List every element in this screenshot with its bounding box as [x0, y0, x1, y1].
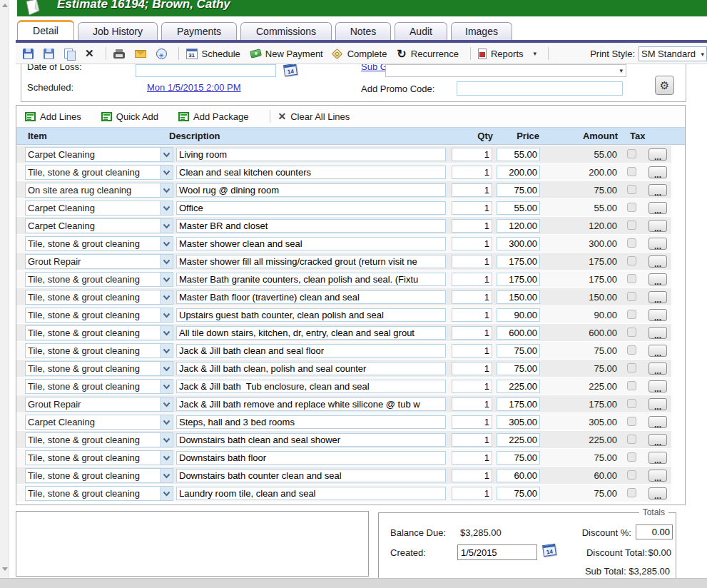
- item-select[interactable]: Tile, stone & grout cleaning: [25, 236, 173, 251]
- line-options-button[interactable]: ...: [648, 327, 667, 339]
- description-input[interactable]: [176, 344, 446, 358]
- tab-audit[interactable]: Audit: [395, 22, 447, 40]
- tax-checkbox[interactable]: [627, 399, 636, 408]
- line-options-button[interactable]: ...: [648, 238, 667, 250]
- description-input[interactable]: [176, 237, 446, 250]
- line-options-button[interactable]: ...: [648, 166, 667, 178]
- promo-code-input[interactable]: [457, 81, 623, 96]
- chevron-down-icon[interactable]: [160, 326, 173, 340]
- price-input[interactable]: [497, 415, 540, 429]
- tax-checkbox[interactable]: [627, 256, 636, 265]
- chevron-down-icon[interactable]: [160, 487, 173, 500]
- line-options-button[interactable]: ...: [648, 273, 667, 285]
- price-input[interactable]: [497, 451, 540, 465]
- description-input[interactable]: [176, 451, 446, 465]
- description-input[interactable]: [176, 362, 446, 375]
- clear-all-lines-button[interactable]: Clear All Lines: [278, 111, 350, 122]
- chevron-down-icon[interactable]: [160, 273, 173, 286]
- price-input[interactable]: [497, 237, 540, 250]
- item-select[interactable]: Tile, stone & grout cleaning: [25, 379, 173, 394]
- chevron-down-icon[interactable]: [160, 148, 173, 161]
- qty-input[interactable]: [452, 326, 492, 340]
- qty-input[interactable]: [452, 380, 492, 393]
- tax-checkbox[interactable]: [627, 381, 636, 390]
- scrollbar-down-arrow[interactable]: [2, 567, 8, 571]
- item-select[interactable]: Tile, stone & grout cleaning: [25, 361, 173, 376]
- qty-input[interactable]: [452, 166, 492, 179]
- item-select[interactable]: Carpet Cleaning: [25, 147, 173, 162]
- description-input[interactable]: [176, 273, 446, 286]
- description-input[interactable]: [176, 183, 446, 197]
- chevron-down-icon[interactable]: [160, 237, 173, 250]
- description-input[interactable]: [176, 255, 446, 268]
- tax-checkbox[interactable]: [627, 435, 636, 444]
- item-select[interactable]: Tile, stone & grout cleaning: [25, 165, 173, 180]
- chevron-down-icon[interactable]: [160, 255, 173, 268]
- line-options-button[interactable]: ...: [648, 470, 667, 482]
- item-select[interactable]: Tile, stone & grout cleaning: [25, 325, 173, 340]
- chevron-down-icon[interactable]: [160, 166, 173, 179]
- qty-input[interactable]: [452, 415, 492, 429]
- price-input[interactable]: [497, 380, 540, 393]
- schedule-button[interactable]: 31 Schedule: [186, 49, 240, 59]
- line-options-button[interactable]: ...: [648, 220, 667, 232]
- line-options-button[interactable]: ...: [648, 202, 667, 214]
- line-options-button[interactable]: ...: [648, 255, 667, 268]
- tax-checkbox[interactable]: [627, 292, 636, 301]
- copy-button[interactable]: [64, 49, 75, 59]
- description-input[interactable]: [176, 219, 446, 233]
- chevron-down-icon[interactable]: [160, 433, 173, 447]
- price-input[interactable]: [497, 201, 540, 215]
- description-input[interactable]: [176, 487, 446, 500]
- tab-images[interactable]: Images: [451, 22, 512, 40]
- tax-checkbox[interactable]: [627, 203, 636, 212]
- chevron-down-icon[interactable]: [160, 362, 173, 375]
- left-scrollbar[interactable]: [0, 0, 9, 578]
- line-options-button[interactable]: ...: [648, 487, 667, 500]
- description-input[interactable]: [176, 433, 446, 447]
- qty-input[interactable]: [452, 451, 492, 465]
- line-options-button[interactable]: ...: [648, 309, 667, 321]
- add-lines-button[interactable]: Add Lines: [25, 111, 81, 122]
- item-select[interactable]: Tile, stone & grout cleaning: [25, 343, 173, 358]
- complete-button[interactable]: Complete: [333, 49, 387, 59]
- price-input[interactable]: [497, 183, 540, 197]
- chevron-down-icon[interactable]: [160, 219, 173, 233]
- description-input[interactable]: [176, 148, 446, 161]
- chevron-down-icon[interactable]: [160, 183, 173, 197]
- line-options-button[interactable]: ...: [648, 184, 667, 196]
- tax-checkbox[interactable]: [627, 328, 636, 337]
- tax-checkbox[interactable]: [627, 167, 636, 176]
- price-input[interactable]: [497, 255, 540, 268]
- line-options-button[interactable]: ...: [648, 434, 667, 446]
- item-select[interactable]: Tile, stone & grout cleaning: [25, 290, 173, 305]
- item-select[interactable]: Tile, stone & grout cleaning: [25, 272, 173, 287]
- calendar-picker-icon[interactable]: 14: [542, 544, 556, 557]
- line-options-button[interactable]: ...: [648, 452, 667, 464]
- scheduled-date-link[interactable]: Mon 1/5/2015 2:00 PM: [147, 82, 241, 93]
- notes-area[interactable]: [16, 511, 369, 577]
- web-button[interactable]: [156, 49, 167, 59]
- qty-input[interactable]: [452, 255, 492, 268]
- qty-input[interactable]: [452, 237, 492, 250]
- price-input[interactable]: [497, 326, 540, 340]
- item-select[interactable]: Tile, stone & grout cleaning: [25, 468, 173, 483]
- item-select[interactable]: On site area rug cleaning: [25, 183, 173, 198]
- qty-input[interactable]: [452, 308, 492, 322]
- created-date-input[interactable]: [457, 544, 537, 560]
- tax-checkbox[interactable]: [627, 363, 636, 372]
- price-input[interactable]: [497, 433, 540, 447]
- tab-notes[interactable]: Notes: [335, 22, 391, 40]
- scrollbar-up-arrow[interactable]: [2, 4, 8, 7]
- chevron-down-icon[interactable]: [160, 201, 173, 215]
- line-options-button[interactable]: ...: [648, 416, 667, 428]
- item-select[interactable]: Grout Repair: [25, 397, 173, 412]
- description-input[interactable]: [176, 308, 446, 322]
- item-select[interactable]: Tile, stone & grout cleaning: [25, 308, 173, 323]
- date-of-loss-input[interactable]: [136, 64, 276, 77]
- recurrence-button[interactable]: Recurrence: [397, 47, 459, 61]
- qty-input[interactable]: [452, 148, 492, 161]
- qty-input[interactable]: [452, 362, 492, 375]
- description-input[interactable]: [176, 380, 446, 393]
- save-button[interactable]: [23, 49, 34, 59]
